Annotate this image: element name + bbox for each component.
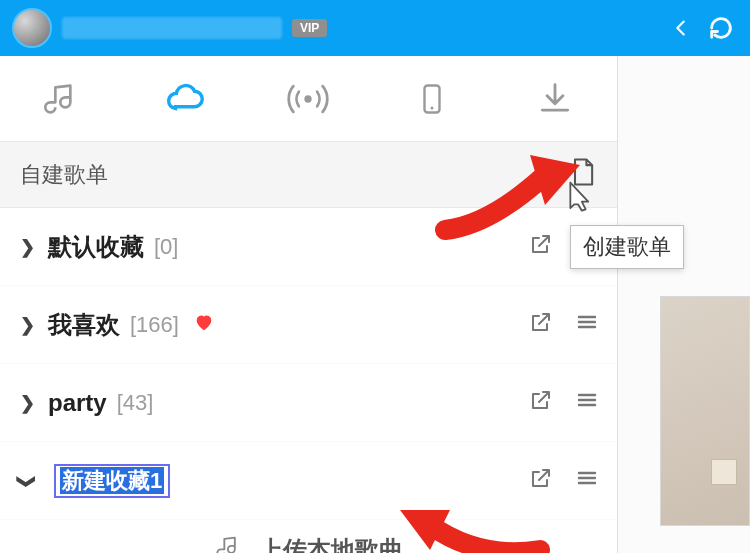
playlist-name-input[interactable]: 新建收藏1	[54, 464, 170, 498]
playlist-count: [43]	[117, 390, 154, 416]
playlist-name: party	[48, 389, 107, 417]
playlist-row[interactable]: ❯ 默认收藏 [0]	[0, 208, 617, 286]
svg-point-0	[305, 95, 312, 102]
share-icon[interactable]	[529, 388, 553, 418]
tab-device[interactable]	[397, 73, 467, 125]
playlist-count: [0]	[154, 234, 178, 260]
heart-icon	[193, 311, 215, 339]
username-redacted	[62, 17, 282, 39]
upload-local-label: 上传本地歌曲	[259, 534, 403, 553]
tab-radio[interactable]	[273, 73, 343, 125]
menu-icon[interactable]	[575, 388, 599, 418]
source-tabbar	[0, 56, 617, 142]
playlist-name: 我喜欢	[48, 309, 120, 341]
tab-local-music[interactable]	[27, 73, 97, 125]
share-icon[interactable]	[529, 232, 553, 262]
menu-icon[interactable]	[575, 466, 599, 496]
playlist-row-editing[interactable]: ❯ 新建收藏1	[0, 442, 617, 520]
chevron-right-icon: ❯	[18, 314, 36, 336]
share-icon[interactable]	[529, 310, 553, 340]
avatar[interactable]	[12, 8, 52, 48]
tab-cloud[interactable]	[150, 73, 220, 125]
playlist-name-editing-text: 新建收藏1	[60, 467, 164, 494]
chevron-down-icon: ❯	[16, 472, 38, 490]
music-note-icon	[215, 533, 243, 553]
section-title: 自建歌单	[20, 160, 108, 190]
back-icon[interactable]	[664, 11, 698, 45]
playlist-count: [166]	[130, 312, 179, 338]
share-icon[interactable]	[529, 466, 553, 496]
refresh-icon[interactable]	[704, 11, 738, 45]
create-playlist-button[interactable]	[569, 156, 597, 194]
vip-badge: VIP	[292, 19, 327, 37]
playlist-name: 默认收藏	[48, 231, 144, 263]
tab-downloads[interactable]	[520, 73, 590, 125]
menu-icon[interactable]	[575, 310, 599, 340]
playlist-row[interactable]: ❯ 我喜欢 [166]	[0, 286, 617, 364]
content-thumbnail	[660, 296, 750, 526]
upload-local-songs-button[interactable]: 上传本地歌曲	[0, 520, 617, 553]
content-panel	[618, 56, 750, 553]
section-header-user-playlists: 自建歌单	[0, 142, 617, 208]
titlebar: VIP	[0, 0, 750, 56]
tooltip-create-playlist: 创建歌单	[570, 225, 684, 269]
sidebar-panel: 自建歌单 ❯ 默认收藏 [0] ❯ 我喜欢 [166]	[0, 56, 618, 553]
chevron-right-icon: ❯	[18, 392, 36, 414]
playlist-row[interactable]: ❯ party [43]	[0, 364, 617, 442]
svg-point-2	[430, 106, 433, 109]
chevron-right-icon: ❯	[18, 236, 36, 258]
